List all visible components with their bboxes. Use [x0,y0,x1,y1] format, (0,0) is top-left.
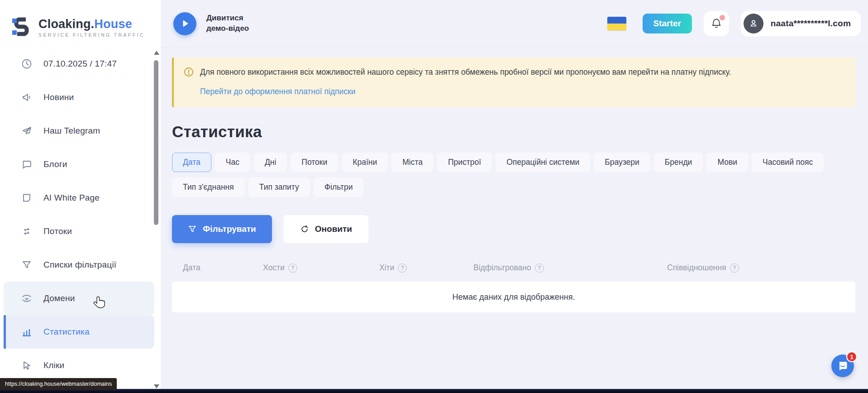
sidebar-item-blogs[interactable]: Блоги [4,148,154,181]
brand-logo[interactable]: Cloaking.House SERVICE FILTERING TRAFFIC [0,0,161,45]
help-icon[interactable]: ? [730,264,739,273]
sidebar-item-news[interactable]: Новини [4,81,154,114]
page-icon [21,192,33,204]
brand-logo-icon [11,16,32,39]
tab-typ-zapytu[interactable]: Тип запиту [248,177,310,197]
sidebar-item-filter-lists[interactable]: Списки фільтрації [4,248,154,282]
brand-tagline: SERVICE FILTERING TRAFFIC [38,32,145,38]
sidebar-item-label: Наш Telegram [43,126,100,136]
funnel-icon [21,259,33,271]
sidebar-item-clicks[interactable]: Кліки [4,349,154,382]
demo-video-button[interactable]: Дивитися демо-відео [173,12,263,35]
bottom-edge-bar [0,389,868,393]
sidebar-item-label: Списки фільтрації [43,260,116,270]
filter-tabs: Дата Час Дні Потоки Країни Міста Пристро… [172,153,837,197]
tab-dni[interactable]: Дні [254,153,287,172]
sidebar-item-statistics[interactable]: Статистика [4,315,154,349]
cursor-icon [21,359,33,371]
sidebar-scrollbar [153,48,159,388]
play-icon [173,12,196,35]
notification-dot [720,15,725,20]
svg-text:w: w [24,297,29,301]
tab-chasovyi-poias[interactable]: Часовий пояс [752,153,824,172]
chat-smile-icon [837,360,849,372]
help-icon[interactable]: ? [535,264,544,273]
page-title: Статистика [172,123,868,141]
user-account-button[interactable]: naata**********l.com [741,11,861,36]
sidebar-item-domains[interactable]: w Домени [4,282,154,315]
warning-icon [184,67,194,77]
scrollbar-thumb[interactable] [154,60,158,225]
webmaster-globe-icon: w [21,292,33,304]
sidebar-item-label: Домени [43,293,75,303]
empty-state-text: Немає даних для відображення. [453,292,575,302]
upgrade-subscription-link[interactable]: Перейти до оформлення платної підписки [200,87,355,96]
tab-potoky[interactable]: Потоки [291,153,338,172]
sidebar-item-label: Новини [43,92,74,102]
topbar: Дивитися демо-відео Starter [161,0,868,48]
sidebar-item-streams[interactable]: Потоки [4,215,154,248]
language-flag-ukraine[interactable] [607,17,626,30]
tab-chas[interactable]: Час [215,153,250,172]
sidebar-item-datetime: 07.10.2025 / 17:47 [4,47,154,81]
user-email-label: naata**********l.com [771,19,851,29]
tab-prystroi[interactable]: Пристрої [437,153,492,172]
paper-plane-icon [21,125,33,137]
tab-brauzery[interactable]: Браузери [594,153,650,172]
tab-typ-ziednannia[interactable]: Тип з'єднання [172,177,245,197]
main-area: Дивитися демо-відео Starter [161,0,868,393]
sidebar-item-label: Статистика [43,327,90,337]
refresh-button[interactable]: Оновити [284,215,368,243]
column-header-filtered: Відфільтровано ? [473,263,667,273]
user-avatar-icon [744,14,763,34]
tab-movy[interactable]: Мови [706,153,748,172]
sidebar-item-ai-white-page[interactable]: AI White Page [4,181,154,215]
sidebar-item-label: AI White Page [43,193,100,203]
tab-data[interactable]: Дата [172,153,211,172]
chat-bubble-icon [21,158,33,170]
trial-warning-banner: Для повного використання всіх можливосте… [172,58,855,107]
loop-arrows-icon [21,225,33,237]
megaphone-icon [21,91,33,103]
scroll-down-arrow-icon[interactable] [154,384,159,388]
sidebar-item-label: Блоги [43,159,67,169]
column-header-hits: Хіти ? [379,263,473,273]
stats-table-header: Дата Хости ? Хіти ? Відфільтровано ? Спі… [172,263,855,273]
tab-filtry[interactable]: Фільтри [314,177,364,197]
sidebar-datetime-label: 07.10.2025 / 17:47 [43,59,117,69]
plan-badge-button[interactable]: Starter [643,14,692,34]
sidebar-item-label: Кліки [43,360,64,370]
tab-brendy[interactable]: Бренди [654,153,703,172]
banner-message: Для повного використання всіх можливосте… [200,67,731,78]
help-icon[interactable]: ? [398,264,407,273]
demo-video-label: Дивитися демо-відео [206,13,263,34]
sidebar-item-label: Потоки [43,226,72,236]
tab-mista[interactable]: Міста [391,153,434,172]
notifications-button[interactable] [704,11,729,36]
column-header-ratio: Співвідношення ? [667,263,855,273]
sidebar: Cloaking.House SERVICE FILTERING TRAFFIC… [0,0,161,393]
empty-state-card: Немає даних для відображення. [172,282,855,312]
chat-widget-button[interactable]: 1 [831,355,854,377]
link-status-tooltip: https://cloaking.house/webmaster/domains [0,378,117,390]
scroll-up-arrow-icon[interactable] [154,51,159,55]
tab-krainy[interactable]: Країни [342,153,388,172]
chat-unread-badge: 1 [846,351,857,362]
bar-chart-icon [21,326,33,338]
app-window: Cloaking.House SERVICE FILTERING TRAFFIC… [0,0,868,393]
column-header-date: Дата [183,263,263,273]
clock-icon [21,58,33,70]
help-icon[interactable]: ? [288,264,297,273]
sidebar-nav: 07.10.2025 / 17:47 Новини Наш Telegram Б… [0,45,161,382]
sidebar-item-telegram[interactable]: Наш Telegram [4,114,154,148]
brand-name: Cloaking.House [38,17,132,31]
funnel-icon [188,225,197,234]
column-header-hosts: Хости ? [263,263,379,273]
filter-button[interactable]: Фільтрувати [172,215,272,243]
refresh-icon [300,225,309,234]
tab-os[interactable]: Операційні системи [496,153,590,172]
